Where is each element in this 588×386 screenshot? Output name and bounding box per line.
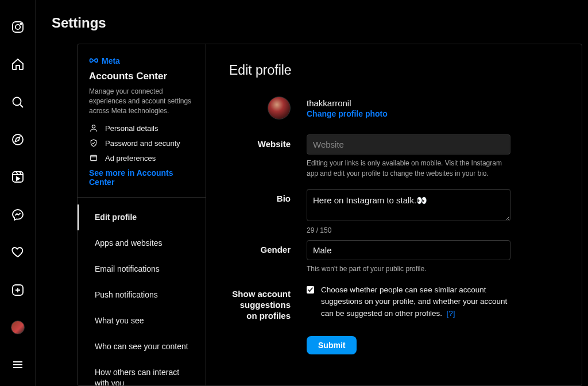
suggestions-checkbox-wrap[interactable]: Choose whether people can see similar ac… [307, 284, 510, 319]
bio-label: Bio [229, 189, 307, 234]
edit-profile-heading: Edit profile [229, 63, 559, 78]
accounts-center-desc: Manage your connected experiences and ac… [89, 87, 194, 115]
svg-rect-5 [13, 172, 23, 182]
nav-apps-websites[interactable]: Apps and websites [78, 230, 206, 256]
svg-point-1 [15, 25, 20, 29]
person-icon [89, 123, 98, 133]
nav-email-notifications[interactable]: Email notifications [78, 256, 206, 282]
create-icon[interactable] [6, 279, 29, 300]
page-title: Settings [36, 0, 588, 44]
search-icon[interactable] [6, 91, 29, 113]
nav-how-others-interact[interactable]: How others can interact with you [78, 360, 206, 385]
svg-point-4 [13, 134, 23, 145]
hamburger-icon[interactable] [6, 354, 29, 376]
profile-avatar[interactable] [6, 316, 29, 338]
explore-icon[interactable] [6, 129, 29, 150]
see-more-accounts-center-link[interactable]: See more in Accounts Center [89, 168, 194, 187]
heart-icon[interactable] [6, 241, 29, 263]
avatar-icon [11, 321, 25, 334]
reels-icon[interactable] [6, 167, 29, 188]
nav-edit-profile[interactable]: Edit profile [78, 204, 206, 230]
meta-brand-text: Meta [102, 56, 120, 65]
suggestions-help-link[interactable]: [?] [446, 309, 455, 318]
gender-row: Gender [229, 240, 559, 260]
main-region: Settings Meta Accounts Center Manage you… [36, 0, 588, 386]
home-icon[interactable] [6, 53, 29, 75]
website-label: Website [229, 134, 307, 155]
gender-select[interactable] [307, 240, 510, 260]
username-text: thakkarronil [307, 98, 510, 108]
submit-row: Submit [229, 336, 559, 354]
gender-hint-row: This won't be part of your public profil… [229, 264, 559, 274]
settings-nav-list: Edit profile Apps and websites Email not… [78, 198, 206, 385]
suggestions-row: Show account suggestions on profiles Cho… [229, 284, 559, 321]
bio-counter: 29 / 150 [307, 226, 510, 234]
gender-hint: This won't be part of your public profil… [307, 264, 510, 274]
nav-push-notifications[interactable]: Push notifications [78, 282, 206, 308]
meta-infinity-icon [89, 56, 99, 66]
suggestions-label: Show account suggestions on profiles [229, 284, 307, 321]
ad-preferences-link[interactable]: Ad preferences [89, 153, 194, 163]
instagram-logo-icon[interactable] [6, 16, 29, 37]
meta-logo: Meta [89, 56, 194, 66]
bio-row: Bio Here on Instagram to stalk.👀 29 / 15… [229, 189, 559, 234]
messenger-icon[interactable] [6, 204, 29, 225]
personal-details-link[interactable]: Personal details [89, 123, 194, 133]
website-hint-row: Editing your links is only available on … [229, 158, 559, 179]
bio-textarea[interactable]: Here on Instagram to stalk.👀 [307, 189, 510, 221]
shield-icon [89, 138, 98, 148]
svg-point-7 [92, 125, 95, 128]
settings-sidebar: Meta Accounts Center Manage your connect… [78, 44, 206, 385]
accounts-center-title: Accounts Center [89, 71, 194, 82]
suggestions-text: Choose whether people can see similar ac… [321, 284, 510, 319]
suggestions-checkbox[interactable] [307, 285, 314, 294]
svg-rect-8 [91, 156, 97, 161]
profile-avatar-large[interactable] [268, 96, 291, 119]
nav-who-can-see[interactable]: Who can see your content [78, 334, 206, 360]
profile-header-row: thakkarronil Change profile photo [229, 96, 559, 119]
svg-point-2 [20, 23, 21, 24]
ad-icon [89, 153, 98, 163]
svg-point-3 [13, 97, 21, 105]
change-photo-link[interactable]: Change profile photo [307, 109, 510, 118]
nav-what-you-see[interactable]: What you see [78, 308, 206, 334]
website-row: Website [229, 134, 559, 155]
password-security-link[interactable]: Password and security [89, 138, 194, 148]
ad-preferences-label: Ad preferences [105, 154, 156, 163]
gender-label: Gender [229, 240, 307, 260]
website-input [307, 134, 510, 155]
password-security-label: Password and security [105, 139, 180, 148]
settings-panels: Meta Accounts Center Manage your connect… [77, 44, 582, 386]
left-rail [0, 0, 36, 386]
personal-details-label: Personal details [105, 124, 158, 133]
accounts-center-card: Meta Accounts Center Manage your connect… [78, 44, 206, 198]
website-hint: Editing your links is only available on … [307, 158, 510, 179]
submit-button[interactable]: Submit [307, 336, 357, 354]
edit-profile-content: Edit profile thakkarronil Change profile… [206, 44, 582, 385]
